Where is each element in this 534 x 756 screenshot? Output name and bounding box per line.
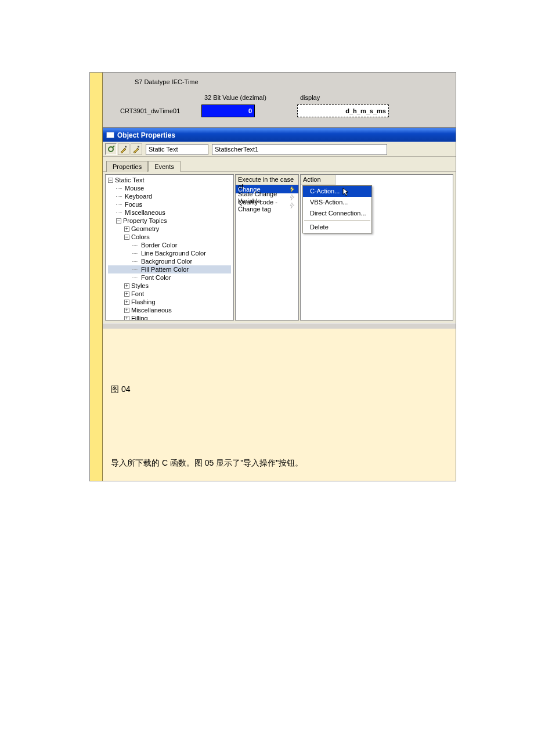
window-icon xyxy=(106,132,114,138)
tree-flashing[interactable]: +Flashing xyxy=(108,298,231,306)
tree-border-color[interactable]: Border Color xyxy=(108,241,231,249)
tree-font-color[interactable]: Font Color xyxy=(108,273,231,282)
event-list-header[interactable]: Execute in the case of xyxy=(236,175,298,185)
properties-toolbar: Static Text StatischerText1 xyxy=(103,142,456,157)
tree-root[interactable]: −Static Text xyxy=(108,176,231,184)
lightning-icon xyxy=(289,186,296,192)
menu-direct-connection[interactable]: Direct Connection... xyxy=(303,208,371,219)
tabs-row: Properties Events xyxy=(103,157,456,172)
action-header[interactable]: Action xyxy=(301,175,335,185)
svg-rect-2 xyxy=(125,146,127,147)
document-body: 图 04 导入所下载的 C 函数。图 05 显示了"导入操作"按钮。 xyxy=(103,329,456,481)
tree-fill-pattern-color[interactable]: Fill Pattern Color xyxy=(108,265,231,273)
pipette-button-2[interactable] xyxy=(131,143,142,155)
menu-vbs-action[interactable]: VBS-Action... xyxy=(303,197,371,208)
tree-font[interactable]: +Font xyxy=(108,290,231,298)
svg-rect-3 xyxy=(138,146,139,147)
label-display: display xyxy=(300,94,320,101)
svg-point-0 xyxy=(109,147,113,152)
document-frame: S7 Datatype IEC-Time 32 Bit Value (dezim… xyxy=(89,72,456,481)
tree-miscellaneous[interactable]: Miscellaneous xyxy=(108,208,231,217)
tree-property-topics[interactable]: −Property Topics xyxy=(108,217,231,225)
tree-focus[interactable]: Focus xyxy=(108,200,231,208)
tree-miscellaneous-2[interactable]: +Miscellaneous xyxy=(108,306,231,314)
page: S7 Datatype IEC-Time 32 Bit Value (dezim… xyxy=(0,72,534,481)
label-crt-tag: CRT3901_dwTime01 xyxy=(120,107,180,114)
svg-line-1 xyxy=(113,146,114,147)
tree-styles[interactable]: +Styles xyxy=(108,282,231,290)
action-context-menu: C-Action... VBS-Action... Direct Connect… xyxy=(302,185,372,233)
object-name-field[interactable]: StatischerText1 xyxy=(212,144,387,155)
tree-pane[interactable]: −Static Text Mouse Keyboard Focus Miscel… xyxy=(105,174,234,321)
tree-filling[interactable]: +Filling xyxy=(108,314,231,321)
menu-c-action[interactable]: C-Action... xyxy=(303,186,371,197)
event-list-pane: Execute in the case of Change State Chan… xyxy=(235,174,299,321)
content-column: S7 Datatype IEC-Time 32 Bit Value (dezim… xyxy=(103,73,456,481)
tree-mouse[interactable]: Mouse xyxy=(108,184,231,192)
tree-line-bg-color[interactable]: Line Background Color xyxy=(108,249,231,257)
pin-button[interactable] xyxy=(105,143,117,155)
window-titlebar[interactable]: Object Properties xyxy=(103,128,456,142)
menu-delete[interactable]: Delete xyxy=(303,222,371,233)
tab-properties[interactable]: Properties xyxy=(106,161,148,172)
menu-separator xyxy=(304,220,370,221)
two-column-layout: S7 Datatype IEC-Time 32 Bit Value (dezim… xyxy=(90,73,456,481)
paragraph-text: 导入所下载的 C 函数。图 05 显示了"导入操作"按钮。 xyxy=(111,458,448,469)
label-s7-datatype: S7 Datatype IEC-Time xyxy=(135,78,199,85)
pipette-button-1[interactable] xyxy=(118,143,129,155)
designer-canvas[interactable]: S7 Datatype IEC-Time 32 Bit Value (dezim… xyxy=(103,73,456,128)
tab-events[interactable]: Events xyxy=(148,161,181,172)
lightning-icon xyxy=(289,203,296,208)
panes-container: −Static Text Mouse Keyboard Focus Miscel… xyxy=(103,172,456,323)
left-margin-strip xyxy=(90,73,103,481)
label-32bit: 32 Bit Value (dezimal) xyxy=(204,94,266,101)
statusbar-spacer xyxy=(103,323,456,329)
io-field-value[interactable]: 0 xyxy=(201,105,255,117)
tree-bg-color[interactable]: Background Color xyxy=(108,257,231,265)
tree-colors[interactable]: −Colors xyxy=(108,233,231,241)
window-title: Object Properties xyxy=(117,131,175,139)
lightning-icon xyxy=(289,195,296,200)
tree-keyboard[interactable]: Keyboard xyxy=(108,192,231,200)
event-quality-code[interactable]: Quality code - Change tag xyxy=(236,201,298,210)
object-type-field[interactable]: Static Text xyxy=(146,144,208,155)
action-pane: Action C-Action... VBS-Action... Direct … xyxy=(300,174,453,321)
figure-caption: 图 04 xyxy=(111,384,448,395)
tree-geometry[interactable]: +Geometry xyxy=(108,225,231,233)
io-field-text[interactable]: d_h_m_s_ms xyxy=(297,105,389,117)
